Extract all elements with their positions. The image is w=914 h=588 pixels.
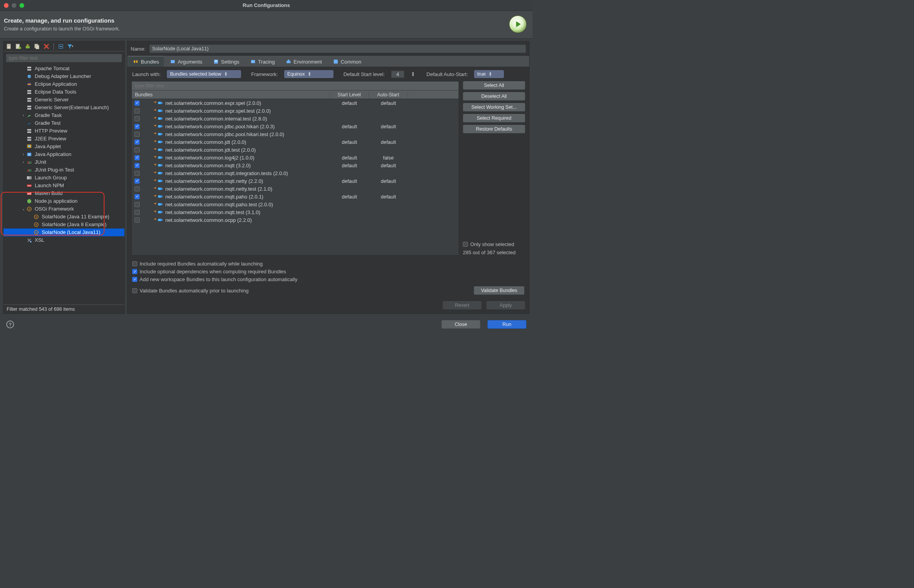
tree-item[interactable]: Node.js application <box>4 197 124 205</box>
select-required-button[interactable]: Select Required <box>463 114 525 122</box>
bundle-row[interactable]: net.solarnetwork.common.jdbc.pool.hikari… <box>132 130 459 138</box>
select-all-button[interactable]: Select All <box>463 81 525 90</box>
bundle-row[interactable]: net.solarnetwork.common.mqtt.netty.test … <box>132 185 459 193</box>
tree-item[interactable]: SolarNode (Java 11 Example) <box>4 213 124 221</box>
select-working-set-button[interactable]: Select Working Set... <box>463 103 525 112</box>
bundle-row[interactable]: net.solarnetwork.common.expr.spel.test (… <box>132 107 459 115</box>
tab-bundles[interactable]: Bundles <box>128 56 164 67</box>
tree-item[interactable]: ⌄OSGi Framework <box>4 205 124 213</box>
tree-item[interactable]: Eclipse Application <box>4 80 124 88</box>
bundle-row[interactable]: net.solarnetwork.common.jdbc.pool.hikari… <box>132 122 459 130</box>
tree-item[interactable]: m2Maven Build <box>4 190 124 197</box>
name-input[interactable] <box>149 44 526 53</box>
tree-item[interactable]: Generic Server(External Launch) <box>4 104 124 112</box>
bundle-checkbox[interactable] <box>135 210 140 215</box>
filter-icon[interactable]: ▾ <box>67 43 73 50</box>
bundle-checkbox[interactable] <box>135 202 140 207</box>
bundle-row[interactable]: net.solarnetwork.common.internal.test (2… <box>132 115 459 122</box>
tree-item[interactable]: HTTP Preview <box>4 127 124 135</box>
tree-item[interactable]: JUJUnit Plug-in Test <box>4 166 124 174</box>
tab-environment[interactable]: Environment <box>281 56 327 67</box>
tree-item[interactable]: Generic Server <box>4 96 124 104</box>
tab-arguments[interactable]: Arguments <box>165 56 207 67</box>
bundle-row[interactable]: net.solarnetwork.common.log4j2 (1.0.0)de… <box>132 154 459 161</box>
validate-auto-checkbox[interactable] <box>132 288 137 293</box>
bundle-checkbox[interactable] <box>135 155 140 160</box>
tree-item[interactable]: ›JJava Application <box>4 151 124 158</box>
bundle-row[interactable]: net.solarnetwork.common.mqtt.test (3.1.0… <box>132 208 459 216</box>
tree-item[interactable]: XSL <box>4 236 124 244</box>
bundle-row[interactable]: net.solarnetwork.common.mqtt.integration… <box>132 169 459 177</box>
tree-item[interactable]: Gradle Test <box>4 119 124 127</box>
duplicate-icon[interactable] <box>34 43 40 50</box>
close-button[interactable]: Close <box>441 320 480 329</box>
bundle-checkbox[interactable] <box>135 116 140 121</box>
launch-with-select[interactable]: Bundles selected below ▲▼ <box>167 70 241 78</box>
tree-item[interactable]: Eclipse Data Tools <box>4 88 124 96</box>
bundle-row[interactable]: net.solarnetwork.common.mqtt (3.2.0)defa… <box>132 161 459 169</box>
close-icon[interactable] <box>4 3 9 8</box>
bundle-checkbox[interactable] <box>135 101 140 106</box>
bundle-checkbox[interactable] <box>135 124 140 129</box>
bundle-checkbox[interactable] <box>135 186 140 191</box>
bundle-checkbox[interactable] <box>135 194 140 199</box>
bundle-row[interactable]: net.solarnetwork.common.ocpp (2.2.0) <box>132 216 459 224</box>
bundle-row[interactable]: net.solarnetwork.common.mqtt.paho.test (… <box>132 200 459 208</box>
tab-common[interactable]: Common <box>328 56 366 67</box>
help-icon[interactable]: ? <box>6 321 14 328</box>
tree-item[interactable]: Debug Adapter Launcher <box>4 73 124 80</box>
tree-item[interactable]: Java Applet <box>4 143 124 151</box>
bundle-filter-input[interactable] <box>132 81 459 90</box>
bundle-row[interactable]: net.solarnetwork.common.jdt.test (2.0.0) <box>132 146 459 154</box>
collapse-all-icon[interactable] <box>58 43 64 50</box>
bundle-checkbox[interactable] <box>135 179 140 184</box>
config-tree[interactable]: Apache TomcatDebug Adapter LauncherEclip… <box>4 64 124 305</box>
bundle-list[interactable]: net.solarnetwork.common.expr.spel (2.0.0… <box>132 99 459 255</box>
col-bundles[interactable]: Bundles <box>132 92 330 97</box>
col-start-level[interactable]: Start Level <box>330 92 369 97</box>
bundle-checkbox[interactable] <box>135 140 140 145</box>
tree-item[interactable]: ›JUJUnit <box>4 158 124 166</box>
tree-item[interactable]: Launch Group <box>4 174 124 182</box>
only-show-selected-checkbox[interactable] <box>463 242 468 247</box>
bundle-checkbox[interactable] <box>135 132 140 137</box>
revert-button[interactable]: Revert <box>443 301 482 310</box>
bundle-row[interactable]: net.solarnetwork.common.expr.spel (2.0.0… <box>132 99 459 107</box>
bundle-checkbox[interactable] <box>135 218 140 223</box>
framework-select[interactable]: Equinox ▲▼ <box>284 70 333 78</box>
bundle-row[interactable]: net.solarnetwork.common.mqtt.netty (2.2.… <box>132 177 459 185</box>
tree-item[interactable]: ›Gradle Task <box>4 112 124 119</box>
deselect-all-button[interactable]: Deselect All <box>463 92 525 101</box>
restore-defaults-button[interactable]: Restore Defaults <box>463 125 525 133</box>
tree-item[interactable]: Apache Tomcat <box>4 65 124 73</box>
bundle-row[interactable]: net.solarnetwork.common.jdt (2.0.0)defau… <box>132 138 459 146</box>
start-level-stepper[interactable]: ▲▼ <box>411 71 415 77</box>
tab-tracing[interactable]: Tracing <box>246 56 280 67</box>
include-required-checkbox[interactable] <box>132 261 137 266</box>
bundle-checkbox[interactable] <box>135 163 140 168</box>
validate-bundles-button[interactable]: Validate Bundles <box>474 286 524 295</box>
add-workspace-checkbox[interactable] <box>132 277 137 282</box>
bundle-row[interactable]: net.solarnetwork.common.mqtt.paho (2.0.1… <box>132 193 459 200</box>
new-config-icon[interactable] <box>6 43 12 50</box>
bundle-checkbox[interactable] <box>135 108 140 113</box>
export-icon[interactable] <box>25 43 31 50</box>
col-auto-start[interactable]: Auto-Start <box>369 92 408 97</box>
bundle-checkbox[interactable] <box>135 171 140 176</box>
include-optional-checkbox[interactable] <box>132 269 137 274</box>
minimize-icon[interactable] <box>12 3 16 8</box>
delete-icon[interactable] <box>43 43 50 50</box>
bundle-checkbox[interactable] <box>135 147 140 152</box>
new-proto-icon[interactable] <box>15 43 21 50</box>
maximize-icon[interactable] <box>19 3 24 8</box>
tree-item[interactable]: SolarNode (Java 8 Example) <box>4 221 124 228</box>
run-button[interactable]: Run <box>487 320 526 329</box>
tree-item[interactable]: npmLaunch NPM <box>4 182 124 190</box>
config-filter-input[interactable] <box>6 54 122 62</box>
tree-item[interactable]: J2EE Preview <box>4 135 124 143</box>
tree-item[interactable]: SolarNode (Local Java11) <box>4 228 124 236</box>
apply-button[interactable]: Apply <box>486 301 525 310</box>
default-start-input[interactable] <box>391 71 404 78</box>
tab-settings[interactable]: Settings <box>209 56 244 67</box>
default-auto-select[interactable]: true ▲▼ <box>474 70 504 78</box>
